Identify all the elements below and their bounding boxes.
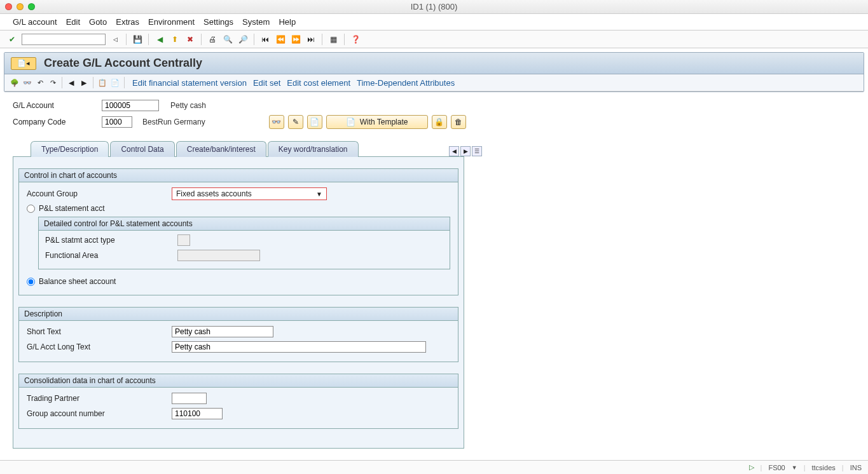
new-session-icon[interactable]: ▦ <box>327 34 339 45</box>
redo-icon[interactable]: ↷ <box>48 78 58 88</box>
minimize-window-icon[interactable] <box>17 3 24 10</box>
tab-keyword-translation[interactable]: Key word/translation <box>268 141 359 157</box>
back-icon[interactable]: ◀ <box>154 34 165 45</box>
exit-icon[interactable]: ⬆ <box>169 34 181 45</box>
account-group-value: Fixed assets accounts <box>176 189 252 198</box>
account-group-label: Account Group <box>27 189 167 198</box>
undo-icon[interactable]: ↶ <box>35 78 45 88</box>
menu-goto[interactable]: Goto <box>89 17 107 27</box>
with-template-button[interactable]: 📄 With Template <box>326 115 428 129</box>
balance-sheet-radio[interactable] <box>27 278 35 286</box>
prev-page-icon[interactable]: ⏪ <box>275 34 286 45</box>
company-code-field[interactable] <box>102 116 132 128</box>
menu-gl-account[interactable]: G/L account <box>13 17 57 27</box>
toolbar-divider <box>124 77 125 88</box>
display-icon[interactable]: 👓 <box>22 78 32 88</box>
page-header: 📄◂ Create G/L Account Centrally 🌳 👓 ↶ ↷ … <box>4 52 864 92</box>
toolbar-divider <box>254 34 254 45</box>
tab-type-description[interactable]: Type/Description <box>31 141 109 157</box>
window-title: ID1 (1) (800) <box>411 2 458 11</box>
first-page-icon[interactable]: ⏮ <box>259 34 271 45</box>
zoom-window-icon[interactable] <box>28 3 35 10</box>
find-next-icon[interactable]: 🔎 <box>237 34 249 45</box>
gl-account-desc: Petty cash <box>170 101 206 110</box>
company-code-label: Company Code <box>13 118 95 126</box>
cancel-icon[interactable]: ✖ <box>184 34 196 45</box>
toolbar-divider <box>62 77 62 88</box>
tab-scroll-left-icon[interactable]: ◀ <box>449 146 459 156</box>
clipboard-icon[interactable]: 📄 <box>110 78 120 88</box>
group-description: Description Short Text G/L Acct Long Tex… <box>18 307 458 362</box>
display-button[interactable]: 👓 <box>269 115 284 129</box>
gl-account-field[interactable] <box>102 100 159 111</box>
pl-statement-radio[interactable] <box>27 205 35 213</box>
save-icon[interactable]: 💾 <box>132 34 143 45</box>
group-description-title: Description <box>19 308 458 321</box>
group-control-chart: Control in chart of accounts Account Gro… <box>18 168 458 295</box>
tab-list-icon[interactable]: ☰ <box>472 146 482 156</box>
functional-area-field[interactable] <box>177 250 260 261</box>
link-edit-cost-element[interactable]: Edit cost element <box>287 78 350 88</box>
group-account-field[interactable] <box>172 408 223 419</box>
long-text-field[interactable] <box>172 341 426 353</box>
next-record-icon[interactable]: ▶ <box>79 78 89 88</box>
content-area: G/L Account Petty cash Company Code Best… <box>0 92 868 456</box>
menu-edit[interactable]: Edit <box>66 17 80 27</box>
worklist-icon[interactable]: 📋 <box>97 78 107 88</box>
link-edit-fsv[interactable]: Edit financial statement version <box>132 78 247 88</box>
last-page-icon[interactable]: ⏭ <box>305 34 317 45</box>
tab-body: Control in chart of accounts Account Gro… <box>13 156 464 449</box>
delete-button[interactable]: 🗑 <box>451 115 466 129</box>
window-titlebar: ID1 (1) (800) <box>0 0 868 14</box>
trading-partner-label: Trading Partner <box>27 394 167 403</box>
company-code-desc: BestRun Germany <box>142 118 205 126</box>
menu-environment[interactable]: Environment <box>148 17 195 27</box>
account-group-select[interactable]: Fixed assets accounts ▼ <box>172 187 327 200</box>
functional-area-label: Functional Area <box>45 251 172 260</box>
pl-statement-label: P&L statement acct <box>39 204 105 213</box>
hierarchy-icon[interactable]: 🌳 <box>10 78 20 88</box>
app-toolbar: 🌳 👓 ↶ ↷ ◀ ▶ 📋 📄 Edit financial statement… <box>4 74 864 91</box>
lock-button[interactable]: 🔒 <box>432 115 447 129</box>
tab-strip: Type/Description Control Data Create/ban… <box>31 140 482 156</box>
trading-partner-field[interactable] <box>172 393 207 404</box>
tab-scroll-right-icon[interactable]: ▶ <box>460 146 471 156</box>
transaction-badge: 📄◂ <box>11 57 36 70</box>
help-icon[interactable]: ❓ <box>350 34 361 45</box>
print-icon[interactable]: 🖨 <box>207 34 218 45</box>
page-title-bar: 📄◂ Create G/L Account Centrally <box>4 53 864 74</box>
toolbar-divider <box>322 34 322 45</box>
pl-type-field[interactable] <box>177 234 190 246</box>
group-consolidation: Consolidation data in chart of accounts … <box>18 374 458 429</box>
menu-help[interactable]: Help <box>279 17 296 27</box>
group-consolidation-title: Consolidation data in chart of accounts <box>19 374 458 388</box>
menu-system[interactable]: System <box>242 17 270 27</box>
short-text-field[interactable] <box>172 326 273 337</box>
toolbar-divider <box>93 77 93 88</box>
pl-type-label: P&L statmt acct type <box>45 236 172 245</box>
next-page-icon[interactable]: ⏩ <box>290 34 301 45</box>
page-title: Create G/L Account Centrally <box>44 57 202 70</box>
enter-icon[interactable]: ✔ <box>6 34 18 45</box>
system-toolbar: ✔ ◁ 💾 ◀ ⬆ ✖ 🖨 🔍 🔎 ⏮ ⏪ ⏩ ⏭ ▦ ❓ <box>0 30 868 48</box>
find-icon[interactable]: 🔍 <box>222 34 233 45</box>
link-edit-set[interactable]: Edit set <box>253 78 280 88</box>
dropdown-icon[interactable]: ◁ <box>109 34 121 45</box>
toolbar-divider <box>344 34 345 45</box>
toolbar-divider <box>201 34 202 45</box>
menu-bar: G/L account Edit Goto Extras Environment… <box>0 14 868 30</box>
menu-settings[interactable]: Settings <box>203 17 233 27</box>
prev-record-icon[interactable]: ◀ <box>66 78 76 88</box>
menu-extras[interactable]: Extras <box>116 17 139 27</box>
toolbar-divider <box>148 34 149 45</box>
tab-create-bank-interest[interactable]: Create/bank/interest <box>176 141 266 157</box>
command-field[interactable] <box>22 34 106 45</box>
edit-button[interactable]: ✎ <box>288 115 303 129</box>
long-text-label: G/L Acct Long Text <box>27 342 167 351</box>
gl-account-label: G/L Account <box>13 101 95 110</box>
tab-control-data[interactable]: Control Data <box>110 141 174 157</box>
group-control-title: Control in chart of accounts <box>19 169 458 182</box>
close-window-icon[interactable] <box>5 3 12 10</box>
link-time-dependent[interactable]: Time-Dependent Attributes <box>357 78 455 88</box>
create-button[interactable]: 📄 <box>307 115 322 129</box>
